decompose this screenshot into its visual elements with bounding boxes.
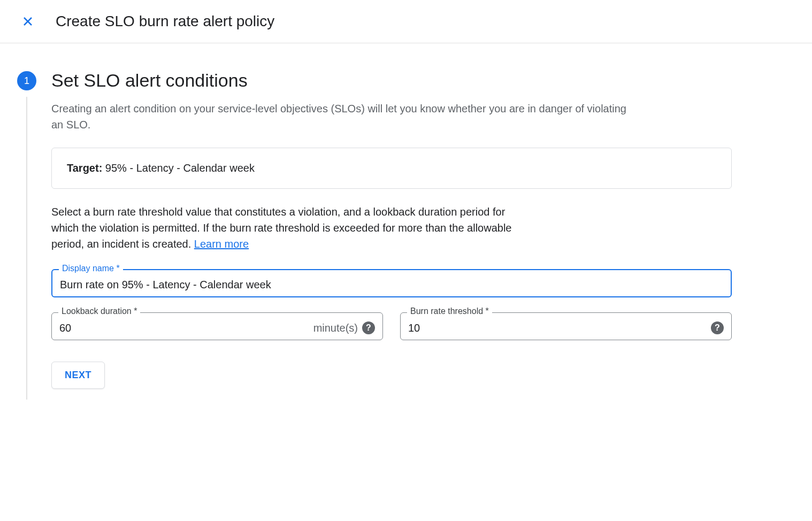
lookback-suffix: minute(s) bbox=[313, 322, 358, 334]
next-button[interactable]: NEXT bbox=[51, 362, 105, 389]
help-icon[interactable]: ? bbox=[362, 321, 375, 334]
lookback-label: Lookback duration * bbox=[58, 307, 140, 316]
step-body: Set SLO alert conditions Creating an ale… bbox=[51, 70, 732, 389]
display-name-label: Display name * bbox=[59, 264, 123, 273]
step-description: Creating an alert condition on your serv… bbox=[51, 101, 629, 133]
target-value: 95% - Latency - Calendar week bbox=[102, 162, 255, 174]
threshold-col: Burn rate threshold * ? bbox=[400, 312, 732, 340]
lookback-field[interactable]: Lookback duration * minute(s) ? bbox=[51, 312, 383, 340]
target-box: Target: 95% - Latency - Calendar week bbox=[51, 148, 732, 189]
content-area: 1 Set SLO alert conditions Creating an a… bbox=[0, 43, 749, 406]
lookback-input[interactable] bbox=[59, 322, 309, 334]
display-name-field-group: Display name * bbox=[51, 269, 732, 297]
threshold-input[interactable] bbox=[408, 322, 707, 334]
close-icon bbox=[21, 15, 34, 28]
field-row: Lookback duration * minute(s) ? Burn rat… bbox=[51, 312, 732, 340]
instruction-text: Select a burn rate threshold value that … bbox=[51, 204, 533, 252]
stepper-line bbox=[26, 97, 27, 400]
threshold-label: Burn rate threshold * bbox=[407, 307, 492, 316]
page-title: Create SLO burn rate alert policy bbox=[56, 13, 274, 30]
threshold-field[interactable]: Burn rate threshold * ? bbox=[400, 312, 732, 340]
step-row: 1 Set SLO alert conditions Creating an a… bbox=[17, 70, 732, 389]
learn-more-link[interactable]: Learn more bbox=[194, 238, 249, 250]
display-name-field[interactable]: Display name * bbox=[51, 269, 732, 297]
help-icon[interactable]: ? bbox=[711, 321, 724, 334]
page-header: Create SLO burn rate alert policy bbox=[0, 0, 812, 43]
step-number-badge: 1 bbox=[17, 71, 36, 90]
display-name-input[interactable] bbox=[60, 279, 723, 291]
target-label: Target: bbox=[67, 162, 102, 174]
step-title: Set SLO alert conditions bbox=[51, 70, 732, 91]
close-button[interactable] bbox=[17, 11, 39, 32]
instruction-body: Select a burn rate threshold value that … bbox=[51, 206, 511, 250]
lookback-col: Lookback duration * minute(s) ? bbox=[51, 312, 383, 340]
